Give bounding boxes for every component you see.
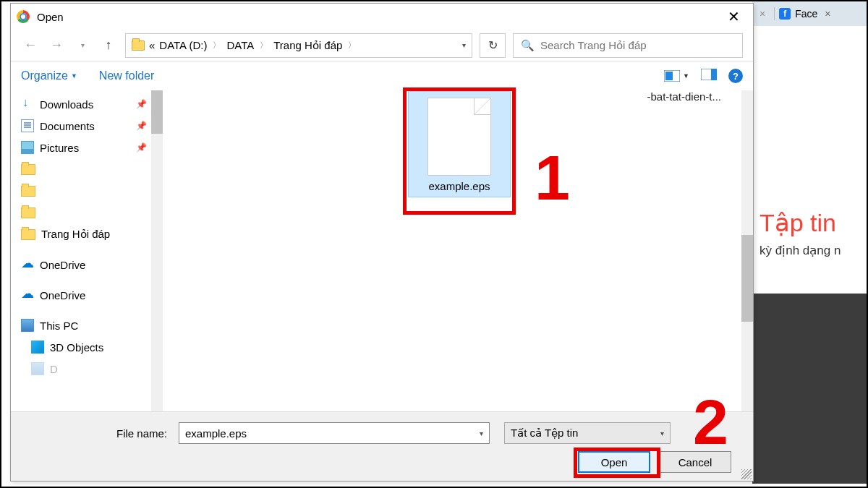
page-dark-section: i đa hoặc là Đăng k (752, 294, 867, 484)
search-input[interactable] (540, 39, 735, 51)
chevron-down-icon[interactable]: ▾ (660, 429, 664, 437)
breadcrumb-root[interactable]: « (149, 39, 155, 51)
up-button[interactable]: ↑ (99, 36, 118, 55)
browser-tab-strip: × f Face × (752, 1, 867, 26)
filename-label: File name: (27, 427, 171, 440)
tree-label: D (50, 363, 58, 375)
organize-menu[interactable]: Organize ▼ (21, 69, 77, 82)
breadcrumb-part-1[interactable]: DATA (226, 39, 254, 51)
search-icon: 🔍 (521, 39, 535, 52)
chevron-right-icon: 〉 (346, 40, 357, 51)
tree-item-onedrive[interactable]: OneDrive (21, 254, 163, 275)
preview-pane-icon (701, 69, 717, 80)
annotation-box-2 (574, 448, 660, 478)
organize-label: Organize (21, 69, 68, 82)
breadcrumb-part-2[interactable]: Trang Hỏi đáp (273, 39, 342, 52)
dialog-titlebar: Open ✕ (11, 4, 753, 30)
chrome-icon (17, 10, 30, 23)
page-subtext: kỳ định dạng n (752, 243, 867, 258)
facebook-icon: f (779, 8, 791, 20)
tree-item-trang-hoi-dap[interactable]: Trang Hỏi đáp (21, 223, 163, 245)
tree-item-documents[interactable]: Documents📌 (21, 115, 163, 137)
chevron-down-icon[interactable]: ▾ (480, 429, 483, 437)
page-heading: Tập tin (752, 208, 867, 237)
pin-icon: 📌 (136, 99, 147, 109)
nav-tree: Downloads📌 Documents📌 Pictures📌 Trang Hỏ… (11, 90, 163, 411)
tree-item-folder[interactable] (21, 180, 163, 202)
browser-tab-facebook[interactable]: f Face × (779, 8, 830, 20)
pin-icon: 📌 (136, 121, 147, 131)
preview-pane-button[interactable] (701, 69, 717, 83)
tree-label: Documents (40, 120, 95, 132)
dialog-footer: File name: example.eps ▾ Tất cả Tệp tin … (11, 411, 753, 481)
resize-grip[interactable] (741, 469, 752, 479)
back-button[interactable]: ← (21, 36, 40, 55)
annotation-number-1: 1 (535, 141, 570, 215)
tree-item-folder[interactable] (21, 202, 163, 223)
scrollbar-thumb[interactable] (741, 235, 753, 322)
close-button[interactable]: ✕ (720, 8, 747, 25)
chevron-down-icon: ▼ (71, 72, 77, 80)
refresh-button[interactable]: ↻ (480, 33, 506, 58)
tree-item-onedrive[interactable]: OneDrive (21, 284, 163, 306)
dialog-title: Open (37, 11, 64, 23)
file-item-truncated[interactable]: -bat-tat-dien-t... (647, 90, 721, 103)
desktop-icon (31, 362, 44, 375)
tab-label: Face (795, 8, 817, 20)
filename-value: example.eps (185, 427, 247, 440)
pictures-icon (21, 141, 34, 154)
tree-item-desktop[interactable]: D (21, 358, 163, 380)
help-button[interactable]: ? (728, 69, 743, 83)
tree-label: 3D Objects (50, 341, 103, 354)
folder-icon (21, 207, 35, 218)
file-list[interactable]: -bat-tat-dien-t... example.eps 1 (163, 90, 753, 411)
folder-icon (21, 186, 35, 197)
folder-icon (21, 229, 35, 240)
download-icon (21, 98, 34, 111)
tree-label: Pictures (40, 142, 79, 154)
tree-label: This PC (40, 320, 78, 332)
address-bar[interactable]: « DATA (D:) 〉 DATA 〉 Trang Hỏi đáp 〉 ▾ (125, 33, 472, 58)
annotation-box-1 (403, 87, 516, 215)
annotation-number-2: 2 (693, 385, 728, 459)
tree-item-this-pc[interactable]: This PC (21, 314, 163, 336)
forward-button: → (47, 36, 66, 55)
filename-combobox[interactable]: example.eps ▾ (179, 422, 490, 444)
tree-label: OneDrive (40, 289, 85, 301)
pin-icon: 📌 (136, 142, 147, 153)
tree-label: Trang Hỏi đáp (41, 228, 110, 241)
view-mode-button[interactable]: ▼ (664, 70, 689, 82)
thumbnail-view-icon (664, 70, 680, 82)
recent-dropdown[interactable]: ▾ (73, 36, 92, 55)
onedrive-icon (21, 258, 34, 271)
folder-icon (21, 164, 35, 175)
cube-icon (31, 341, 44, 354)
tree-item-3d-objects[interactable]: 3D Objects (21, 336, 163, 358)
tree-item-pictures[interactable]: Pictures📌 (21, 137, 163, 158)
address-dropdown-icon[interactable]: ▾ (462, 41, 466, 49)
tree-label: Downloads (40, 98, 93, 111)
pc-icon (21, 319, 34, 332)
breadcrumb-part-0[interactable]: DATA (D:) (159, 39, 207, 51)
tree-item-downloads[interactable]: Downloads📌 (21, 93, 163, 115)
tree-label: OneDrive (40, 259, 85, 271)
filetype-value: Tất cả Tệp tin (511, 427, 578, 440)
svg-rect-1 (665, 72, 673, 80)
document-icon (21, 119, 34, 132)
tab-close-icon[interactable]: × (825, 8, 830, 20)
svg-rect-3 (711, 69, 717, 80)
folder-icon (132, 40, 145, 51)
nav-row: ← → ▾ ↑ « DATA (D:) 〉 DATA 〉 Trang Hỏi đ… (11, 30, 753, 61)
scrollbar-thumb[interactable] (151, 90, 163, 134)
onedrive-icon (21, 288, 34, 301)
new-folder-button[interactable]: New folder (99, 69, 154, 82)
chevron-right-icon: 〉 (211, 40, 222, 51)
tree-item-folder[interactable] (21, 158, 163, 180)
filetype-select[interactable]: Tất cả Tệp tin ▾ (504, 422, 671, 444)
search-box[interactable]: 🔍 (513, 33, 743, 58)
open-file-dialog: Open ✕ ← → ▾ ↑ « DATA (D:) 〉 DATA 〉 Tran… (10, 3, 754, 481)
toolbar: Organize ▼ New folder ▼ ? (11, 61, 753, 90)
background-browser: × f Face × Tập tin kỳ định dạng n i đa h… (752, 1, 867, 484)
chevron-right-icon: 〉 (258, 40, 269, 51)
chevron-down-icon: ▼ (683, 72, 689, 80)
